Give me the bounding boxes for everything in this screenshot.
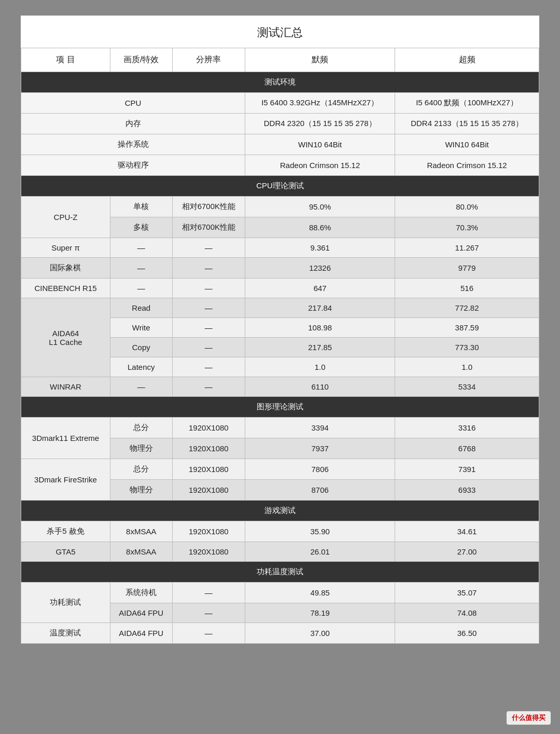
- table-row: 温度测试AIDA64 FPU—37.0036.50: [21, 623, 539, 644]
- table-row: 功耗测试系统待机—49.8535.07: [21, 583, 539, 603]
- section-header-row: 功耗温度测试: [21, 562, 539, 583]
- header-col1: 项 目: [21, 48, 110, 72]
- table-row: 3Dmark FireStrike总分1920X108078067391: [21, 459, 539, 480]
- table-row: AIDA64 L1 CacheRead—217.84772.82: [21, 298, 539, 318]
- table-row: GTA58xMSAA1920X108026.0127.00: [21, 542, 539, 562]
- table-row: CPUI5 6400 3.92GHz（145MHzX27）I5 6400 默频（…: [21, 93, 539, 114]
- table-row: 3Dmark11 Extreme总分1920X108033943316: [21, 418, 539, 438]
- page-title: 测试汇总: [21, 16, 539, 48]
- table-row: CPU-Z单核相对6700K性能95.0%80.0%: [21, 197, 539, 217]
- header-col3: 分辨率: [172, 48, 245, 72]
- table-row: 杀手5 赦免8xMSAA1920X108035.9034.61: [21, 521, 539, 542]
- section-header-row: 游戏测试: [21, 501, 539, 521]
- table-row: WINRAR——61105334: [21, 377, 539, 397]
- table-row: 驱动程序Radeon Crimson 15.12Radeon Crimson 1…: [21, 155, 539, 176]
- table-row: Super π——9.36111.267: [21, 238, 539, 258]
- table-row: 国际象棋——123269779: [21, 258, 539, 279]
- main-container: 测试汇总 项 目 画质/特效 分辨率 默频 超频 测试环境CPUI5 6400 …: [21, 16, 539, 644]
- header-col5: 超频: [395, 48, 539, 72]
- watermark: 什么值得买: [507, 711, 551, 725]
- header-col2: 画质/特效: [110, 48, 172, 72]
- section-header-row: 测试环境: [21, 72, 539, 93]
- table-header: 项 目 画质/特效 分辨率 默频 超频: [21, 48, 539, 72]
- table-row: CINEBENCH R15——647516: [21, 279, 539, 298]
- header-col4: 默频: [245, 48, 395, 72]
- section-header-row: 图形理论测试: [21, 397, 539, 418]
- table-row: 操作系统WIN10 64BitWIN10 64Bit: [21, 134, 539, 155]
- section-header-row: CPU理论测试: [21, 176, 539, 197]
- table-row: 内存DDR4 2320（15 15 15 35 278）DDR4 2133（15…: [21, 114, 539, 134]
